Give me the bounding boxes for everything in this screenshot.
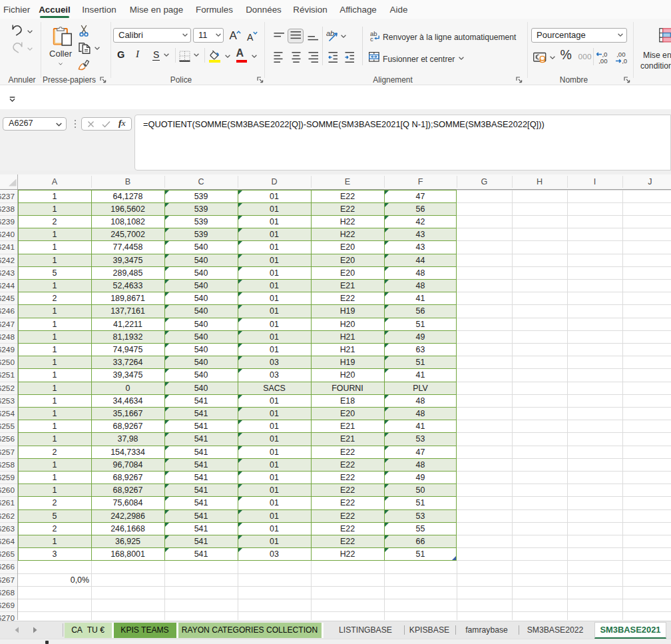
svg-text:ab: ab [326, 29, 334, 37]
svg-text:,0: ,0 [622, 57, 627, 64]
svg-text:c: c [370, 35, 373, 42]
svg-text:,00: ,00 [598, 57, 607, 64]
